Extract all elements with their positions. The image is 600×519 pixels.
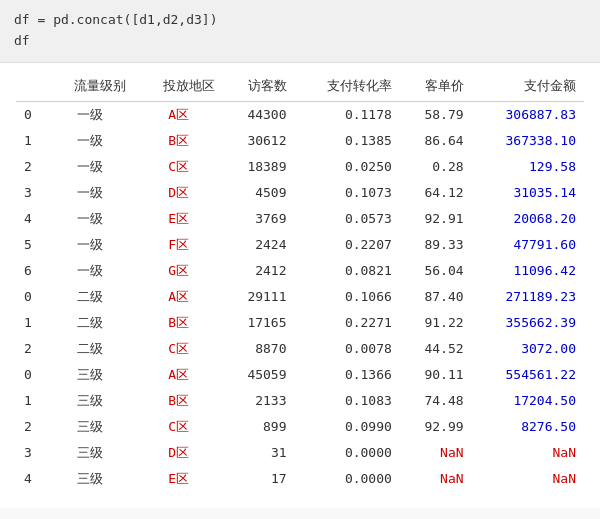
cell-amount: 20068.20 [472, 206, 584, 232]
cell-area: E区 [134, 206, 222, 232]
cell-amount: 17204.50 [472, 388, 584, 414]
cell-area: E区 [134, 466, 222, 492]
cell-level: 一级 [46, 154, 134, 180]
col-header-price: 客单价 [400, 71, 472, 102]
table-row: 1一级B区306120.138586.64367338.10 [16, 128, 584, 154]
cell-visitors: 45059 [223, 362, 295, 388]
cell-price: 64.12 [400, 180, 472, 206]
cell-amount: NaN [472, 440, 584, 466]
cell-area: G区 [134, 258, 222, 284]
cell-area: B区 [134, 310, 222, 336]
col-header-visitors: 访客数 [223, 71, 295, 102]
cell-area: D区 [134, 180, 222, 206]
cell-conv: 0.1178 [295, 101, 400, 128]
code-block: df = pd.concat([d1,d2,d3]) df [0, 0, 600, 63]
cell-level: 三级 [46, 440, 134, 466]
cell-area: D区 [134, 440, 222, 466]
cell-visitors: 2424 [223, 232, 295, 258]
table-header-row: 流量级别 投放地区 访客数 支付转化率 客单价 支付金额 [16, 71, 584, 102]
cell-price: 58.79 [400, 101, 472, 128]
cell-amount: 31035.14 [472, 180, 584, 206]
cell-level: 二级 [46, 336, 134, 362]
cell-area: A区 [134, 362, 222, 388]
cell-index: 4 [16, 206, 46, 232]
cell-price: 0.28 [400, 154, 472, 180]
table-row: 2一级C区183890.02500.28129.58 [16, 154, 584, 180]
cell-amount: 306887.83 [472, 101, 584, 128]
table-row: 0二级A区291110.106687.40271189.23 [16, 284, 584, 310]
cell-visitors: 31 [223, 440, 295, 466]
cell-index: 5 [16, 232, 46, 258]
cell-conv: 0.0250 [295, 154, 400, 180]
table-row: 3三级D区310.0000NaNNaN [16, 440, 584, 466]
cell-level: 三级 [46, 362, 134, 388]
cell-price: 89.33 [400, 232, 472, 258]
cell-visitors: 44300 [223, 101, 295, 128]
cell-price: 90.11 [400, 362, 472, 388]
col-header-area: 投放地区 [134, 71, 222, 102]
cell-conv: 0.1066 [295, 284, 400, 310]
cell-level: 三级 [46, 388, 134, 414]
cell-index: 2 [16, 154, 46, 180]
cell-price: 92.99 [400, 414, 472, 440]
table-row: 2二级C区88700.007844.523072.00 [16, 336, 584, 362]
cell-visitors: 2133 [223, 388, 295, 414]
cell-amount: 367338.10 [472, 128, 584, 154]
cell-index: 1 [16, 388, 46, 414]
table-row: 0一级A区443000.117858.79306887.83 [16, 101, 584, 128]
cell-level: 一级 [46, 128, 134, 154]
cell-amount: 3072.00 [472, 336, 584, 362]
cell-level: 二级 [46, 310, 134, 336]
cell-index: 1 [16, 310, 46, 336]
cell-level: 一级 [46, 206, 134, 232]
table-row: 1三级B区21330.108374.4817204.50 [16, 388, 584, 414]
cell-amount: 355662.39 [472, 310, 584, 336]
cell-index: 0 [16, 284, 46, 310]
cell-amount: 47791.60 [472, 232, 584, 258]
cell-level: 二级 [46, 284, 134, 310]
cell-index: 1 [16, 128, 46, 154]
cell-level: 一级 [46, 180, 134, 206]
cell-price: 92.91 [400, 206, 472, 232]
cell-index: 0 [16, 362, 46, 388]
cell-area: C区 [134, 336, 222, 362]
cell-visitors: 4509 [223, 180, 295, 206]
cell-price: 87.40 [400, 284, 472, 310]
table-row: 3一级D区45090.107364.1231035.14 [16, 180, 584, 206]
cell-price: 86.64 [400, 128, 472, 154]
cell-index: 2 [16, 414, 46, 440]
col-header-conv: 支付转化率 [295, 71, 400, 102]
cell-conv: 0.0000 [295, 440, 400, 466]
col-header-amount: 支付金额 [472, 71, 584, 102]
cell-amount: 11096.42 [472, 258, 584, 284]
cell-conv: 0.1083 [295, 388, 400, 414]
cell-conv: 0.1385 [295, 128, 400, 154]
cell-index: 0 [16, 101, 46, 128]
code-line-1: df = pd.concat([d1,d2,d3]) [14, 10, 586, 31]
cell-level: 三级 [46, 414, 134, 440]
cell-visitors: 17165 [223, 310, 295, 336]
table-container: 流量级别 投放地区 访客数 支付转化率 客单价 支付金额 0一级A区443000… [0, 63, 600, 508]
cell-price: 56.04 [400, 258, 472, 284]
cell-visitors: 2412 [223, 258, 295, 284]
cell-area: A区 [134, 101, 222, 128]
cell-price: 91.22 [400, 310, 472, 336]
table-row: 4一级E区37690.057392.9120068.20 [16, 206, 584, 232]
cell-amount: NaN [472, 466, 584, 492]
cell-amount: 271189.23 [472, 284, 584, 310]
table-row: 5一级F区24240.220789.3347791.60 [16, 232, 584, 258]
col-header-level: 流量级别 [46, 71, 134, 102]
table-row: 1二级B区171650.227191.22355662.39 [16, 310, 584, 336]
cell-conv: 0.0078 [295, 336, 400, 362]
data-table: 流量级别 投放地区 访客数 支付转化率 客单价 支付金额 0一级A区443000… [16, 71, 584, 492]
cell-conv: 0.1073 [295, 180, 400, 206]
cell-visitors: 899 [223, 414, 295, 440]
cell-visitors: 30612 [223, 128, 295, 154]
cell-index: 3 [16, 180, 46, 206]
cell-conv: 0.2271 [295, 310, 400, 336]
cell-visitors: 8870 [223, 336, 295, 362]
cell-visitors: 29111 [223, 284, 295, 310]
cell-level: 一级 [46, 101, 134, 128]
cell-conv: 0.0573 [295, 206, 400, 232]
cell-level: 一级 [46, 258, 134, 284]
